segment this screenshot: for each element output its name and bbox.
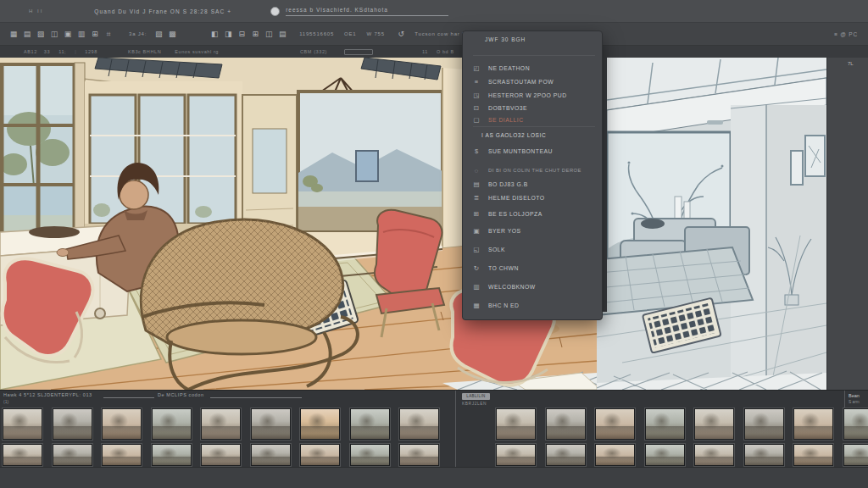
- shade-icon[interactable]: ▧: [154, 30, 164, 39]
- filmstrip-thumbnail[interactable]: [53, 408, 92, 440]
- menu-item[interactable]: ▤ BO DJ83 G.B: [463, 178, 602, 190]
- filmstrip-thumbnail[interactable]: [744, 408, 784, 440]
- menu-item[interactable]: ▦ BHC N ED: [463, 299, 602, 311]
- menu-item[interactable]: ▣ BYER YOS: [463, 225, 602, 236]
- filmstrip-thumbnail[interactable]: [645, 444, 685, 466]
- rows-icon: ▤: [471, 180, 481, 188]
- menu-item[interactable]: ◰ NE DEATHON: [463, 62, 602, 74]
- status-item[interactable]: KB3c BHHLN: [128, 49, 161, 54]
- filmstrip-scroll-track[interactable]: [0, 467, 868, 488]
- app-window: H II Quand Du Vid J Frane ON S 28:28 SAC…: [0, 0, 868, 488]
- refresh-icon[interactable]: ↺: [397, 30, 406, 39]
- half-right-icon[interactable]: ◨: [224, 30, 233, 39]
- menu-item[interactable]: ⊞ BE ES LOLJOPZA: [463, 208, 602, 219]
- status-item[interactable]: AB12: [24, 49, 37, 54]
- avatar-icon[interactable]: [270, 7, 280, 16]
- filmstrip-thumbnail[interactable]: [251, 408, 291, 440]
- side-panel-label: 7L: [848, 61, 854, 66]
- frame-icon[interactable]: ▣: [64, 30, 73, 39]
- filmstrip-thumbnail[interactable]: [793, 444, 833, 466]
- menu-item[interactable]: ▢ SE DIALLIC: [463, 114, 602, 125]
- filmstrip-right-label: Bean: [849, 393, 860, 398]
- filmstrip-thumbnail[interactable]: [3, 408, 42, 440]
- menu-item[interactable]: ↻ TO CHWN: [463, 262, 602, 274]
- thumbnail-row-2-left: [3, 444, 439, 466]
- menu-item[interactable]: ≡ SCRASTOUTAM POW: [463, 75, 602, 87]
- timeline-ruler[interactable]: [210, 397, 302, 398]
- status-item: CBM (332): [300, 49, 327, 54]
- filmstrip-tag[interactable]: LABLILIN: [462, 393, 490, 400]
- minus-box-icon[interactable]: ⊟: [237, 30, 247, 39]
- hatch-icon[interactable]: ▨: [36, 30, 46, 39]
- filmstrip-thumbnail[interactable]: [201, 408, 241, 440]
- filmstrip-thumbnail[interactable]: [350, 444, 390, 466]
- filmstrip-thumbnail[interactable]: [843, 444, 868, 466]
- filmstrip-thumbnail[interactable]: [102, 444, 142, 466]
- grid-icon[interactable]: ▦: [9, 30, 19, 39]
- hash-icon[interactable]: ⌗: [104, 30, 114, 39]
- box-icon: ▢: [471, 116, 481, 124]
- filmstrip-thumbnail[interactable]: [595, 408, 635, 440]
- toolbar-label-3: W 755: [367, 31, 385, 36]
- filmstrip-thumbnail[interactable]: [102, 408, 142, 440]
- split-icon[interactable]: ◫: [50, 30, 59, 39]
- filmstrip-thumbnail[interactable]: [546, 408, 586, 440]
- filmstrip-thumbnail[interactable]: [399, 444, 439, 466]
- status-item[interactable]: 11;: [58, 49, 66, 54]
- statusbar: AB12 33 11; | 1298 KB3c BHHLN Eunos susv…: [0, 46, 868, 58]
- filmstrip-thumbnail[interactable]: [300, 408, 340, 440]
- grid-icon: ▦: [471, 302, 481, 309]
- filmstrip-thumbnail[interactable]: [201, 444, 241, 466]
- filmstrip-thumbnail[interactable]: [694, 444, 734, 466]
- plus-box-icon[interactable]: ⊞: [91, 30, 100, 39]
- filmstrip-thumbnail[interactable]: [793, 408, 833, 440]
- menu-item[interactable]: ◳ HESTEROR W 2POO PUD: [463, 89, 602, 101]
- filmstrip-thumbnail[interactable]: [350, 408, 390, 440]
- filmstrip-thumbnail[interactable]: [744, 444, 784, 466]
- account-label[interactable]: reessa b Vlsachiefd. KSdtahota: [286, 7, 448, 16]
- rows-icon[interactable]: ▤: [23, 30, 32, 39]
- timeline-ruler[interactable]: [103, 397, 154, 398]
- filmstrip-thumbnail[interactable]: [645, 408, 685, 440]
- menubar-menu-text[interactable]: Quand Du Vid J Frane ON S 28:28 SAC +: [94, 8, 231, 14]
- toolbar-right-text[interactable]: ≡ @ PC: [834, 31, 858, 37]
- filmstrip-left-sub: (1): [3, 399, 8, 404]
- status-field[interactable]: [344, 49, 373, 55]
- columns-icon[interactable]: ▥: [77, 30, 86, 39]
- menu-item[interactable]: ▥ WELCOBKNOW: [463, 280, 602, 292]
- filmstrip-thumbnail[interactable]: [53, 444, 92, 466]
- panes-icon[interactable]: ◫: [264, 30, 274, 39]
- status-item[interactable]: 1298: [85, 49, 97, 54]
- right-viewport-canvas[interactable]: [597, 58, 826, 390]
- filmstrip-thumbnail[interactable]: [496, 444, 536, 466]
- filmstrip-thumbnail[interactable]: [251, 444, 291, 466]
- menu-item[interactable]: $ SUE MUNTBONTEAU: [463, 145, 602, 157]
- filmstrip-thumbnail[interactable]: [496, 408, 536, 440]
- filmstrip-thumbnail[interactable]: [152, 444, 192, 466]
- mesh-icon[interactable]: ▩: [168, 30, 177, 39]
- menu-item[interactable]: ⊡ DOBTBVO3E: [463, 102, 602, 114]
- right-scene-illustration: [597, 58, 826, 390]
- filmstrip-thumbnail[interactable]: [843, 408, 868, 440]
- menu-divider: [473, 126, 595, 127]
- add-box-icon[interactable]: ⊞: [251, 30, 260, 39]
- half-left-icon[interactable]: ◧: [210, 30, 220, 39]
- list-icon[interactable]: ▤: [278, 30, 287, 39]
- filmstrip-tag-sub: KBRJ2LEN: [462, 402, 487, 406]
- filmstrip-thumbnail[interactable]: [399, 408, 439, 440]
- filmstrip-thumbnail[interactable]: [595, 444, 635, 466]
- filmstrip-thumbnail[interactable]: [152, 408, 192, 440]
- status-item[interactable]: Eunos susvahl rg: [175, 49, 219, 54]
- filmstrip-thumbnail[interactable]: [3, 444, 42, 466]
- status-item: 11: [422, 49, 428, 54]
- dot-box-icon: ⊡: [471, 104, 481, 112]
- filmstrip-thumbnail[interactable]: [300, 444, 340, 466]
- menu-item[interactable]: ≣ HELME DISELOTO: [463, 191, 602, 203]
- menu-item[interactable]: ◱ SOLK: [463, 243, 602, 255]
- right-side-panel[interactable]: 7L: [826, 58, 868, 390]
- toolbar-group-view: ▧ ▩: [152, 30, 179, 39]
- menu-item[interactable]: ◌ DI BI ON COLIN THE CHUT DEROE: [463, 164, 602, 176]
- filmstrip-thumbnail[interactable]: [546, 444, 586, 466]
- filmstrip-thumbnail[interactable]: [694, 408, 734, 440]
- status-item[interactable]: 33: [44, 49, 50, 54]
